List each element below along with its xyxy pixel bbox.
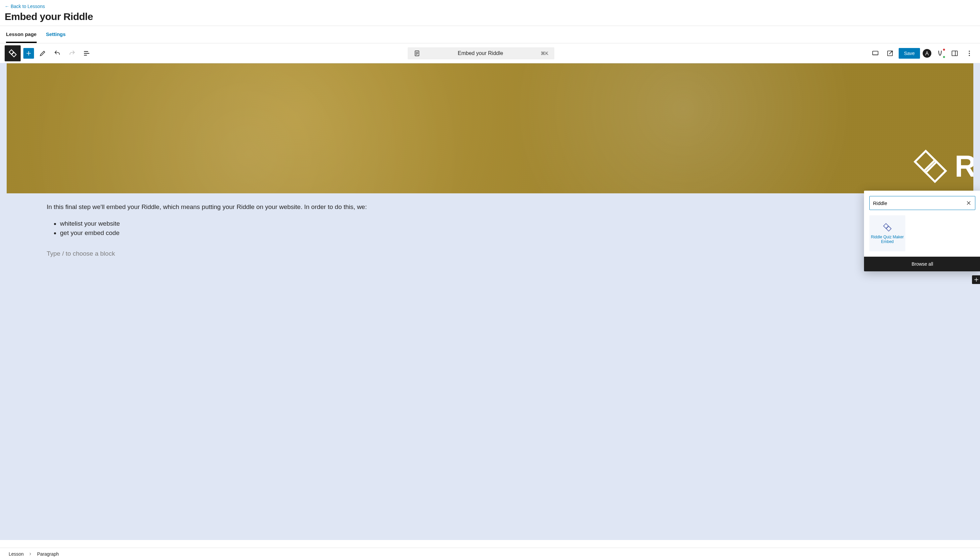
- steps-list[interactable]: whitelist your website get your embed co…: [47, 220, 933, 237]
- edit-icon: [39, 50, 46, 57]
- document-title-chip[interactable]: Embed your Riddle ⌘K: [408, 47, 554, 59]
- browse-all-blocks-button[interactable]: Browse all: [864, 257, 980, 271]
- options-menu-button[interactable]: [963, 47, 975, 59]
- svg-rect-9: [915, 151, 937, 173]
- svg-point-7: [969, 53, 970, 54]
- settings-sidebar-toggle[interactable]: [949, 47, 961, 59]
- save-button[interactable]: Save: [899, 48, 920, 59]
- plus-icon: [25, 50, 32, 57]
- logo-icon: [8, 49, 17, 58]
- intro-paragraph[interactable]: In this final step we'll embed your Ridd…: [47, 203, 933, 211]
- empty-paragraph-placeholder[interactable]: Type / to choose a block: [47, 250, 933, 257]
- astra-plugin-button[interactable]: [923, 49, 931, 58]
- tab-lesson-page[interactable]: Lesson page: [6, 26, 37, 43]
- tools-button[interactable]: [37, 47, 49, 59]
- clear-search-button[interactable]: [966, 200, 972, 206]
- plus-icon: [973, 277, 979, 283]
- back-to-lessons-link[interactable]: ← Back to Lessons: [5, 4, 45, 9]
- document-overview-button[interactable]: [81, 47, 93, 59]
- svg-point-6: [969, 50, 970, 51]
- lesson-tabs: Lesson page Settings: [0, 26, 980, 43]
- yoast-icon: [936, 49, 944, 57]
- sidebar-icon: [951, 50, 958, 57]
- more-vertical-icon: [966, 50, 973, 57]
- svg-rect-5: [952, 51, 958, 56]
- block-inserter-popover: Riddle Quiz Maker Embed Browse all: [864, 191, 980, 271]
- block-search-input[interactable]: [873, 200, 966, 206]
- list-view-icon: [83, 50, 90, 57]
- block-breadcrumb: Lesson Paragraph: [0, 548, 980, 560]
- redo-icon: [68, 50, 76, 57]
- svg-point-8: [969, 55, 970, 56]
- chevron-right-icon: [28, 552, 32, 556]
- block-search-field[interactable]: [869, 196, 975, 210]
- tab-settings[interactable]: Settings: [46, 26, 66, 43]
- block-result-riddle-quiz-maker-embed[interactable]: Riddle Quiz Maker Embed: [869, 215, 905, 251]
- view-button[interactable]: [869, 47, 881, 59]
- breadcrumb-item-paragraph[interactable]: Paragraph: [37, 551, 59, 557]
- redo-button: [66, 47, 78, 59]
- list-item[interactable]: get your embed code: [60, 229, 933, 237]
- block-inserter-toggle[interactable]: [23, 48, 34, 59]
- list-item[interactable]: whitelist your website: [60, 220, 933, 227]
- svg-rect-11: [883, 223, 888, 228]
- close-icon: [966, 200, 972, 206]
- page-title: Embed your Riddle: [5, 11, 975, 22]
- external-link-icon: [886, 50, 894, 57]
- cover-image-block[interactable]: Ri: [7, 63, 973, 193]
- riddle-block-icon: [883, 223, 892, 232]
- inline-block-inserter-button[interactable]: [972, 275, 980, 284]
- brand-diamond-icon: [912, 148, 949, 185]
- command-shortcut-label: ⌘K: [541, 51, 548, 56]
- brand-overlay: Ri: [912, 148, 973, 185]
- brand-text: Ri: [955, 149, 973, 184]
- svg-rect-12: [886, 226, 891, 231]
- editor-toolbar: Embed your Riddle ⌘K Save: [0, 43, 980, 63]
- arrow-left-icon: ←: [5, 4, 9, 9]
- open-preview-button[interactable]: [884, 47, 896, 59]
- yoast-plugin-button[interactable]: [934, 47, 946, 59]
- astra-icon: [925, 51, 929, 56]
- page-icon: [414, 50, 420, 57]
- svg-rect-3: [873, 51, 878, 55]
- undo-button[interactable]: [51, 47, 63, 59]
- svg-rect-10: [924, 160, 946, 182]
- back-link-label: Back to Lessons: [11, 4, 45, 9]
- lesson-content: In this final step we'll embed your Ridd…: [0, 193, 980, 293]
- block-result-label: Riddle Quiz Maker Embed: [870, 235, 905, 244]
- app-logo-button[interactable]: [5, 45, 21, 61]
- document-title-label: Embed your Riddle: [425, 50, 536, 56]
- undo-icon: [54, 50, 61, 57]
- breadcrumb-item-lesson[interactable]: Lesson: [9, 551, 24, 557]
- desktop-icon: [872, 50, 879, 57]
